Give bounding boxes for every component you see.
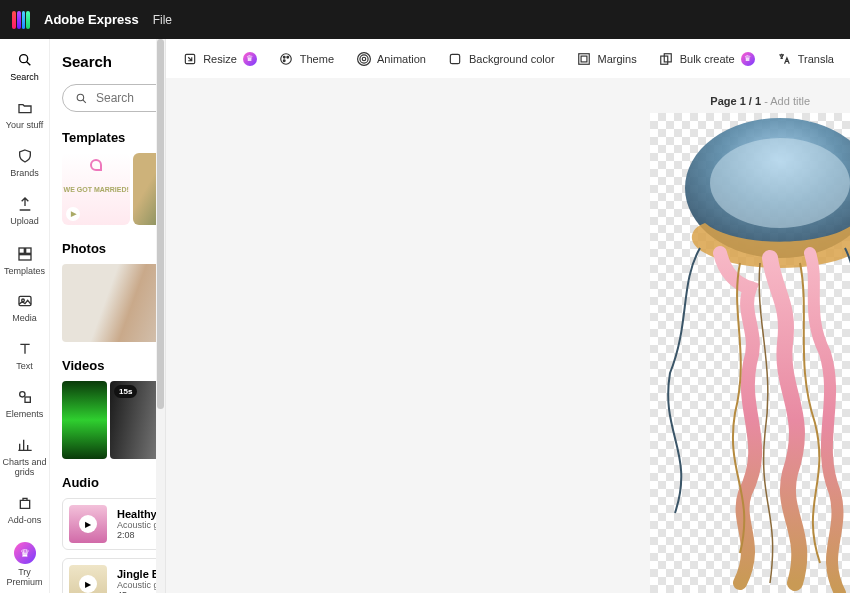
search-panel: Search Templates View all WE GOT MARRIED…: [50, 39, 166, 593]
shield-icon: [16, 147, 34, 165]
tb-bulk-create[interactable]: Bulk create♛: [659, 51, 755, 66]
duration-badge: 15s: [114, 385, 137, 398]
audio-heading: Audio: [62, 475, 99, 490]
text-icon: [16, 340, 34, 358]
translate-icon: [777, 51, 792, 66]
search-icon: [75, 92, 88, 105]
theme-icon: [279, 51, 294, 66]
jellyfish-image[interactable]: [650, 113, 850, 593]
canvas-toolbar: Resize♛ Theme Animation Background color…: [166, 39, 850, 79]
rail-charts-grids[interactable]: Charts and grids: [0, 430, 50, 486]
canvas-stage[interactable]: Page 1 / 1 - Add title: [166, 79, 850, 593]
template-card[interactable]: WE GOT MARRIED!▶: [62, 153, 130, 225]
app-title: Adobe Express: [44, 12, 139, 27]
svg-point-0: [19, 55, 27, 63]
search-icon: [16, 51, 34, 69]
svg-point-15: [284, 59, 286, 61]
resize-icon: [182, 51, 197, 66]
svg-rect-20: [579, 53, 590, 64]
bulk-icon: [659, 51, 674, 66]
rail-templates[interactable]: Templates: [0, 239, 50, 285]
photo-thumb[interactable]: [62, 264, 166, 342]
animation-icon: [356, 51, 371, 66]
elements-icon: [16, 388, 34, 406]
play-icon: ▶: [66, 207, 80, 221]
topbar: Adobe Express File: [0, 0, 850, 39]
tb-animation[interactable]: Animation: [356, 51, 426, 66]
svg-point-14: [287, 56, 289, 58]
templates-heading: Templates: [62, 130, 125, 145]
crown-icon: ♛: [741, 52, 755, 66]
bgcolor-icon: [448, 51, 463, 66]
media-icon: [16, 292, 34, 310]
svg-point-12: [281, 53, 292, 64]
adobe-logo-icon: [12, 11, 30, 29]
videos-heading: Videos: [62, 358, 104, 373]
margins-icon: [577, 51, 592, 66]
svg-point-7: [19, 392, 24, 397]
upload-icon: [16, 195, 34, 213]
rail-media[interactable]: Media: [0, 286, 50, 332]
audio-item[interactable]: ▶ Healthy Business - Loop Acoustic guita…: [62, 498, 166, 550]
rail-upload[interactable]: Upload: [0, 189, 50, 235]
tb-resize[interactable]: Resize♛: [182, 51, 257, 66]
tb-margins[interactable]: Margins: [577, 51, 637, 66]
video-thumb[interactable]: [62, 381, 107, 459]
panel-title: Search: [62, 53, 112, 70]
svg-rect-3: [25, 248, 30, 253]
audio-item[interactable]: ▶ Jingle Bells loop Acoustic guitar, Adv…: [62, 558, 166, 593]
rail-elements[interactable]: Elements: [0, 382, 50, 428]
menu-file[interactable]: File: [153, 13, 172, 27]
folder-icon: [16, 99, 34, 117]
svg-rect-8: [25, 397, 30, 402]
tb-translate[interactable]: Transla: [777, 51, 834, 66]
svg-point-17: [359, 54, 367, 62]
svg-point-13: [284, 56, 286, 58]
svg-rect-19: [451, 54, 460, 63]
rail-try-premium[interactable]: ♛ Try Premium: [0, 536, 50, 593]
audio-thumb: ▶: [69, 505, 107, 543]
play-icon[interactable]: ▶: [79, 515, 97, 533]
svg-point-16: [362, 57, 366, 61]
svg-line-10: [83, 99, 86, 102]
rail-your-stuff[interactable]: Your stuff: [0, 93, 50, 139]
addons-icon: [16, 494, 34, 512]
svg-point-9: [77, 94, 84, 101]
left-rail: Search Your stuff Brands Upload Template…: [0, 39, 50, 593]
svg-rect-2: [19, 248, 24, 253]
rail-addons[interactable]: Add-ons: [0, 488, 50, 534]
svg-rect-21: [581, 56, 587, 62]
rail-search[interactable]: Search: [0, 45, 50, 91]
charts-icon: [16, 436, 34, 454]
canvas-area: Resize♛ Theme Animation Background color…: [166, 39, 850, 593]
tb-bgcolor[interactable]: Background color: [448, 51, 555, 66]
rail-text[interactable]: Text: [0, 334, 50, 380]
crown-icon: ♛: [14, 542, 36, 564]
tb-theme[interactable]: Theme: [279, 51, 334, 66]
photos-heading: Photos: [62, 241, 106, 256]
page-indicator[interactable]: Page 1 / 1 - Add title: [710, 95, 810, 107]
search-input-wrapper[interactable]: [62, 84, 166, 112]
artboard[interactable]: [650, 113, 850, 593]
crown-icon: ♛: [243, 52, 257, 66]
svg-rect-4: [19, 254, 31, 259]
audio-thumb: ▶: [69, 565, 107, 593]
svg-line-1: [26, 62, 30, 66]
templates-icon: [16, 245, 34, 263]
panel-scrollbar[interactable]: [156, 39, 165, 593]
rail-brands[interactable]: Brands: [0, 141, 50, 187]
play-icon[interactable]: ▶: [79, 575, 97, 593]
svg-point-25: [710, 138, 850, 228]
